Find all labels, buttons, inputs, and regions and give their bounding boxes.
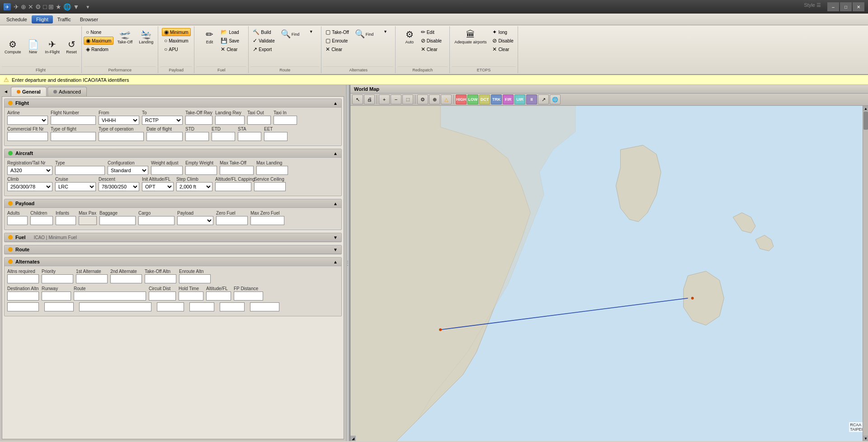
map-zoomin-btn[interactable]: + <box>379 94 390 104</box>
map-dct-btn[interactable]: DCT <box>479 94 490 104</box>
alt-capping-input[interactable]: FL390 <box>215 182 251 191</box>
map-ii-btn[interactable]: II <box>526 94 537 104</box>
disable-etops-button[interactable]: ⊘Disable <box>490 37 515 45</box>
find-alt-button[interactable]: 🔍 Find <box>352 28 377 41</box>
children-input[interactable] <box>30 216 53 225</box>
priority-input[interactable] <box>42 274 73 283</box>
to-select[interactable]: RCTP <box>142 116 183 125</box>
step-climb-select[interactable]: 2,000 ft <box>176 182 212 191</box>
eet-input[interactable] <box>264 132 288 141</box>
config-select[interactable]: Standard <box>108 166 148 175</box>
clear-altn-button[interactable]: ✕Clear <box>323 45 351 53</box>
altns-required-input[interactable] <box>7 274 39 283</box>
reg-select[interactable]: A320 <box>7 166 52 175</box>
maximum-payload-button[interactable]: ○Maximum <box>162 37 191 45</box>
takeoff-altn-button[interactable]: ▢Take-Off <box>323 28 351 36</box>
descent-select[interactable]: 78/300/250 <box>99 182 139 191</box>
compute-button[interactable]: ⚙ Compute <box>2 38 24 56</box>
altn-route2-input[interactable] <box>79 302 151 311</box>
route-dropdown-button[interactable]: ▼ <box>303 28 319 35</box>
payload-select[interactable] <box>177 216 213 225</box>
map-uir-btn[interactable]: UIR <box>514 94 525 104</box>
takeoff-button[interactable]: 🛫 Take-Off <box>114 28 135 46</box>
takeoff-altn-input[interactable] <box>145 274 176 283</box>
route-section-header[interactable]: Route ▼ <box>5 245 341 254</box>
reset-button[interactable]: ↺ Reset <box>63 38 80 56</box>
clear-fuel-button[interactable]: ✕Clear <box>218 45 241 53</box>
flight-collapse-icon[interactable]: ▲ <box>333 101 338 106</box>
adults-input[interactable] <box>7 216 28 225</box>
map-settings-btn[interactable]: ⚙ <box>417 94 428 104</box>
infants-input[interactable]: 1 <box>56 216 76 225</box>
map-print-btn[interactable]: 🖨 <box>364 94 375 104</box>
map-vscroll[interactable]: ▲ ▼ <box>863 106 868 441</box>
map-scroll-up[interactable]: ▲ <box>863 106 868 111</box>
taxi-out-input[interactable] <box>247 116 271 125</box>
landing-rwy-input[interactable] <box>215 116 245 125</box>
tab-general[interactable]: General <box>11 87 47 96</box>
map-zoomrect-btn[interactable]: ⬚ <box>402 94 413 104</box>
maximize-button[interactable]: □ <box>840 2 852 11</box>
fp-distance-input[interactable] <box>234 292 263 301</box>
save-button[interactable]: 💾Save <box>218 37 241 45</box>
tab-advanced[interactable]: Advanced <box>47 87 87 96</box>
airline-select[interactable] <box>7 116 48 125</box>
fuel-section-header[interactable]: Fuel ICAO | Minimum Fuel ▼ <box>5 233 341 242</box>
enroute-altn-button[interactable]: ▢Enroute <box>323 37 351 45</box>
from-select[interactable]: VHHH <box>99 116 139 125</box>
cargo-input[interactable] <box>138 216 175 225</box>
map-arrow-btn[interactable]: ↗ <box>538 94 549 104</box>
max-landing-input[interactable]: 138,891 <box>256 166 288 175</box>
first-alternate-input[interactable] <box>76 274 108 283</box>
random-button[interactable]: ◈Random <box>84 45 113 53</box>
etd-input[interactable] <box>212 132 235 141</box>
map-center-btn[interactable]: ⊕ <box>429 94 440 104</box>
new-button[interactable]: 📄 New <box>25 38 42 56</box>
map-fir-btn[interactable]: FIR <box>503 94 514 104</box>
altn-fl2-input[interactable] <box>220 302 245 311</box>
type-of-flight-input[interactable] <box>51 132 96 141</box>
altn-dest2-input[interactable] <box>7 302 39 311</box>
baggage-input[interactable] <box>99 216 136 225</box>
circuit-dist-input[interactable] <box>149 292 176 301</box>
sta-input[interactable] <box>238 132 261 141</box>
dest-altn-input[interactable] <box>7 292 39 301</box>
hold-time-input[interactable] <box>179 292 203 301</box>
panel-splitter[interactable] <box>346 85 349 441</box>
init-alt-select[interactable]: OPT <box>142 182 174 191</box>
altn-cdist2-input[interactable] <box>157 302 184 311</box>
service-ceiling-input[interactable]: FL390 <box>254 182 286 191</box>
map-scroll-down[interactable]: ▼ <box>863 436 868 441</box>
menu-traffic[interactable]: Traffic <box>53 15 75 24</box>
map-select-btn[interactable]: ↖ <box>352 94 363 104</box>
disable-red-button[interactable]: ⊘Disable <box>419 37 444 45</box>
alt-dropdown-button[interactable]: ▼ <box>377 28 393 35</box>
std-input[interactable] <box>185 132 209 141</box>
route-collapse-icon[interactable]: ▼ <box>333 247 338 252</box>
landing-button[interactable]: 🛬 Landing <box>136 28 156 46</box>
aircraft-section-header[interactable]: Aircraft ▲ <box>5 149 341 158</box>
map-trk-btn[interactable]: TRK <box>491 94 502 104</box>
adequate-airports-button[interactable]: 🏛 Adequate airports <box>452 28 489 46</box>
load-button[interactable]: 📂Load <box>218 28 241 36</box>
altn-fpdist2-input[interactable] <box>250 302 279 311</box>
empty-weight-input[interactable]: 90,925 <box>185 166 217 175</box>
map-globe-btn[interactable]: 🌐 <box>550 94 561 104</box>
map-low-btn[interactable]: LOW <box>467 94 478 104</box>
close-button[interactable]: ✕ <box>853 2 864 11</box>
taxi-in-input[interactable] <box>274 116 297 125</box>
altn-rwy2-input[interactable] <box>44 302 74 311</box>
minimum-button[interactable]: ◉Minimum <box>162 28 191 36</box>
export-button[interactable]: ↗Export <box>250 45 277 53</box>
type-of-operation-input[interactable] <box>99 132 144 141</box>
build-button[interactable]: 🔨Build <box>250 28 277 36</box>
date-of-flight-input[interactable] <box>146 132 183 141</box>
weight-adjust-input[interactable] <box>151 166 183 175</box>
alternates-collapse-icon[interactable]: ▲ <box>333 259 338 264</box>
apu-button[interactable]: ○APU <box>162 45 191 53</box>
clear-etops-button[interactable]: ✕Clear <box>490 45 515 53</box>
edit-fuel-button[interactable]: ✏ Edit <box>201 28 217 46</box>
runway-input[interactable] <box>42 292 71 301</box>
map-zoomout-btn[interactable]: − <box>391 94 401 104</box>
inflight-button[interactable]: ✈ In-Flight <box>42 38 63 56</box>
